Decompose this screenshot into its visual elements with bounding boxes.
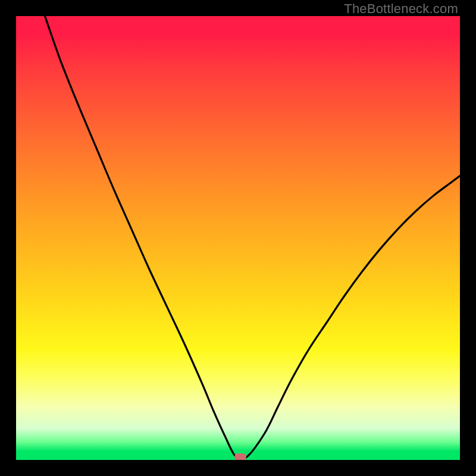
chart-frame: TheBottleneck.com — [0, 0, 476, 476]
optimum-marker — [234, 453, 246, 460]
bottleneck-curve — [16, 16, 460, 460]
watermark-text: TheBottleneck.com — [344, 1, 458, 17]
plot-area — [16, 16, 460, 460]
